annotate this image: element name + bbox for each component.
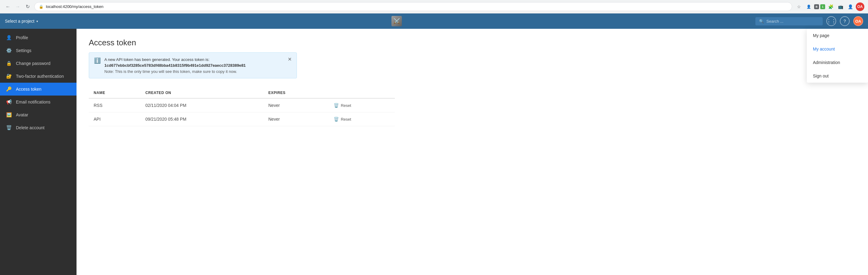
apps-button[interactable]: ⋮⋮ bbox=[826, 16, 836, 26]
settings-icon: ⚙️ bbox=[6, 48, 12, 53]
search-icon: 🔍 bbox=[759, 19, 764, 24]
project-avatar: ⚔️ bbox=[392, 16, 402, 26]
sidebar-item-avatar[interactable]: 🖼️ Avatar bbox=[0, 109, 76, 121]
delete-icon: 🗑️ bbox=[6, 125, 12, 130]
bookmark-button[interactable]: ☆ bbox=[795, 2, 803, 11]
col-action bbox=[329, 88, 395, 98]
alert-banner: ℹ️ A new API token has been generated. Y… bbox=[89, 52, 297, 79]
sidebar-label-two-factor: Two-factor authentication bbox=[16, 74, 64, 79]
reset-rss-button[interactable]: 🗑️ Reset bbox=[334, 103, 351, 108]
token-created-api: 09/21/2020 05:48 PM bbox=[141, 112, 264, 126]
token-action-api: 🗑️ Reset bbox=[329, 112, 395, 126]
token-expires-api: Never bbox=[264, 112, 329, 126]
reset-api-button[interactable]: 🗑️ Reset bbox=[334, 117, 351, 122]
header-right: 🔍 ⋮⋮ ? OA bbox=[755, 16, 863, 26]
profile-icon: 👤 bbox=[6, 35, 12, 40]
token-action-rss: 🗑️ Reset bbox=[329, 98, 395, 112]
reset-rss-label: Reset bbox=[341, 103, 351, 108]
chrome-profile[interactable]: OA bbox=[856, 2, 864, 11]
lock-icon: 🔒 bbox=[6, 61, 12, 66]
sidebar-label-settings: Settings bbox=[16, 48, 32, 53]
main-content: Access token ℹ️ A new API token has been… bbox=[76, 29, 868, 275]
sidebar: 👤 Profile ⚙️ Settings 🔒 Change password … bbox=[0, 29, 76, 275]
lock-icon: 🔒 bbox=[39, 5, 43, 9]
trash-icon: 🗑️ bbox=[334, 103, 339, 108]
col-created-on: CREATED ON bbox=[141, 88, 264, 98]
project-selector[interactable]: Select a project ▾ bbox=[5, 19, 38, 24]
header-center: ⚔️ bbox=[38, 16, 756, 26]
alert-close-button[interactable]: ✕ bbox=[288, 57, 292, 62]
reset-api-label: Reset bbox=[341, 117, 351, 122]
table-row: RSS 02/11/2020 04:04 PM Never 🗑️ Reset bbox=[89, 98, 395, 112]
tokens-table: NAME CREATED ON EXPIRES RSS 02/11/2020 0… bbox=[89, 88, 395, 126]
dropdown-item-administration[interactable]: Administration bbox=[807, 56, 868, 69]
user-sync-icon[interactable]: 👤 bbox=[804, 2, 813, 11]
avatar-icon: 🖼️ bbox=[6, 112, 12, 118]
dropdown-item-my-account[interactable]: My account bbox=[807, 42, 868, 56]
sidebar-item-change-password[interactable]: 🔒 Change password bbox=[0, 57, 76, 70]
profile-button[interactable]: 👤 bbox=[846, 2, 855, 11]
sidebar-item-settings[interactable]: ⚙️ Settings bbox=[0, 44, 76, 57]
cast-button[interactable]: 📺 bbox=[836, 2, 845, 11]
table-header: NAME CREATED ON EXPIRES bbox=[89, 88, 395, 98]
table-row: API 09/21/2020 05:48 PM Never 🗑️ Reset bbox=[89, 112, 395, 126]
alert-token: 1cd677ebbcbf3285ce5783df48bba41b8315f9b4… bbox=[104, 63, 284, 68]
col-expires: EXPIRES bbox=[264, 88, 329, 98]
dropdown-menu: My page My account Administration Sign o… bbox=[807, 29, 868, 83]
notifications-icon: 📢 bbox=[6, 99, 12, 105]
sidebar-label-email-notifications: Email notifications bbox=[16, 99, 51, 104]
page-title: Access token bbox=[89, 38, 856, 48]
reload-button[interactable]: ↻ bbox=[23, 2, 32, 11]
project-selector-label: Select a project bbox=[5, 19, 35, 24]
dropdown-item-sign-out[interactable]: Sign out bbox=[807, 69, 868, 83]
sidebar-label-profile: Profile bbox=[16, 35, 28, 40]
token-expires-rss: Never bbox=[264, 98, 329, 112]
help-button[interactable]: ? bbox=[840, 16, 850, 26]
user-avatar-button[interactable]: OA bbox=[853, 16, 863, 26]
trash-icon-api: 🗑️ bbox=[334, 117, 339, 122]
token-created-rss: 02/11/2020 04:04 PM bbox=[141, 98, 264, 112]
table-body: RSS 02/11/2020 04:04 PM Never 🗑️ Reset A… bbox=[89, 98, 395, 126]
token-name-rss: RSS bbox=[89, 98, 141, 112]
extensions-button[interactable]: 🧩 bbox=[826, 2, 835, 11]
browser-nav: ← → ↻ bbox=[4, 2, 32, 11]
token-name-api: API bbox=[89, 112, 141, 126]
url-text: localhost:4200/my/access_token bbox=[46, 4, 103, 9]
sidebar-item-delete-account[interactable]: 🗑️ Delete account bbox=[0, 121, 76, 134]
info-icon: ℹ️ bbox=[94, 57, 101, 64]
browser-actions: ☆ 👤 B 1 🧩 📺 👤 OA bbox=[795, 2, 864, 11]
key-icon: 🔑 bbox=[6, 86, 12, 92]
sidebar-label-change-password: Change password bbox=[16, 61, 51, 66]
sidebar-label-access-token: Access token bbox=[16, 87, 41, 92]
app-body: 👤 Profile ⚙️ Settings 🔒 Change password … bbox=[0, 29, 868, 275]
search-input[interactable] bbox=[766, 19, 819, 24]
sidebar-item-email-notifications[interactable]: 📢 Email notifications bbox=[0, 96, 76, 109]
col-name: NAME bbox=[89, 88, 141, 98]
app-header: Select a project ▾ ⚔️ 🔍 ⋮⋮ ? OA bbox=[0, 13, 868, 29]
alert-note: Note: This is the only time you will see… bbox=[104, 69, 237, 74]
extension-icon-2[interactable]: 1 bbox=[820, 4, 825, 9]
sidebar-item-two-factor[interactable]: 🔐 Two-factor authentication bbox=[0, 70, 76, 83]
forward-button[interactable]: → bbox=[13, 2, 22, 11]
two-factor-icon: 🔐 bbox=[6, 73, 12, 79]
back-button[interactable]: ← bbox=[4, 2, 12, 11]
address-bar[interactable]: 🔒 localhost:4200/my/access_token bbox=[34, 2, 792, 11]
browser-chrome: ← → ↻ 🔒 localhost:4200/my/access_token ☆… bbox=[0, 0, 868, 13]
sidebar-item-profile[interactable]: 👤 Profile bbox=[0, 31, 76, 44]
avatar-image: ⚔️ bbox=[392, 16, 402, 26]
alert-message: A new API token has been generated. Your… bbox=[104, 57, 209, 62]
dropdown-item-my-page[interactable]: My page bbox=[807, 29, 868, 42]
alert-content: A new API token has been generated. Your… bbox=[104, 57, 284, 74]
search-box[interactable]: 🔍 bbox=[755, 17, 823, 25]
sidebar-label-delete-account: Delete account bbox=[16, 125, 44, 130]
extension-icon-1[interactable]: B bbox=[814, 4, 819, 9]
sidebar-label-avatar: Avatar bbox=[16, 112, 28, 117]
sidebar-item-access-token[interactable]: 🔑 Access token bbox=[0, 83, 76, 96]
